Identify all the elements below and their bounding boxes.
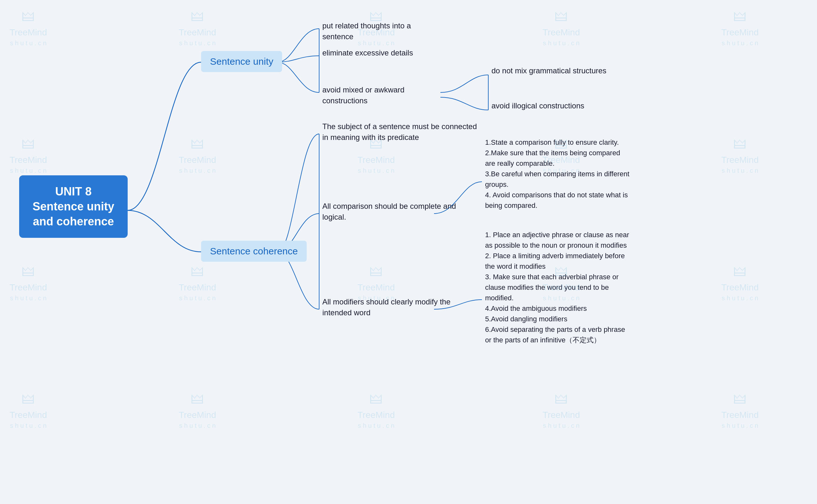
coherence-leaf-1-text: The subject of a sentence must be connec… (322, 122, 477, 142)
unity-leaf-2: eliminate excessive details (322, 47, 413, 58)
comparison-details: 1.State a comparison fully to ensure cla… (485, 137, 632, 211)
connectors (0, 0, 817, 504)
unity-leaf-3: avoid mixed or awkward constructions (322, 84, 444, 106)
coherence-leaf-3-text: All modifiers should clearly modify the … (322, 297, 451, 317)
modifiers-details-text: 1. Place an adjective phrase or clause a… (485, 231, 629, 344)
sentence-unity-node: Sentence unity (201, 51, 282, 72)
root-label: UNIT 8 Sentence unity and coherence (33, 185, 114, 228)
root-node: UNIT 8 Sentence unity and coherence (19, 175, 128, 238)
sentence-coherence-label: Sentence coherence (210, 246, 298, 256)
coherence-leaf-2-text: All comparison should be complete and lo… (322, 202, 456, 221)
sentence-coherence-node: Sentence coherence (201, 241, 307, 262)
comparison-details-text: 1.State a comparison fully to ensure cla… (485, 138, 629, 209)
sentence-unity-label: Sentence unity (210, 56, 273, 67)
unity-leaf-1-text: put related thoughts into a sentence (322, 21, 411, 41)
unity-leaf-1: put related thoughts into a sentence (322, 20, 444, 42)
mindmap: UNIT 8 Sentence unity and coherence Sent… (0, 0, 817, 504)
coherence-leaf-3: All modifiers should clearly modify the … (322, 296, 482, 318)
awkward-child-2: avoid illogical constructions (491, 100, 584, 111)
modifiers-details: 1. Place an adjective phrase or clause a… (485, 230, 632, 345)
awkward-child-1-text: do not mix grammatical structures (491, 66, 606, 75)
coherence-leaf-1: The subject of a sentence must be connec… (322, 121, 482, 142)
awkward-child-1: do not mix grammatical structures (491, 65, 606, 76)
awkward-child-2-text: avoid illogical constructions (491, 101, 584, 110)
coherence-leaf-2: All comparison should be complete and lo… (322, 201, 482, 222)
unity-leaf-3-text: avoid mixed or awkward constructions (322, 85, 404, 105)
unity-leaf-2-text: eliminate excessive details (322, 48, 413, 57)
